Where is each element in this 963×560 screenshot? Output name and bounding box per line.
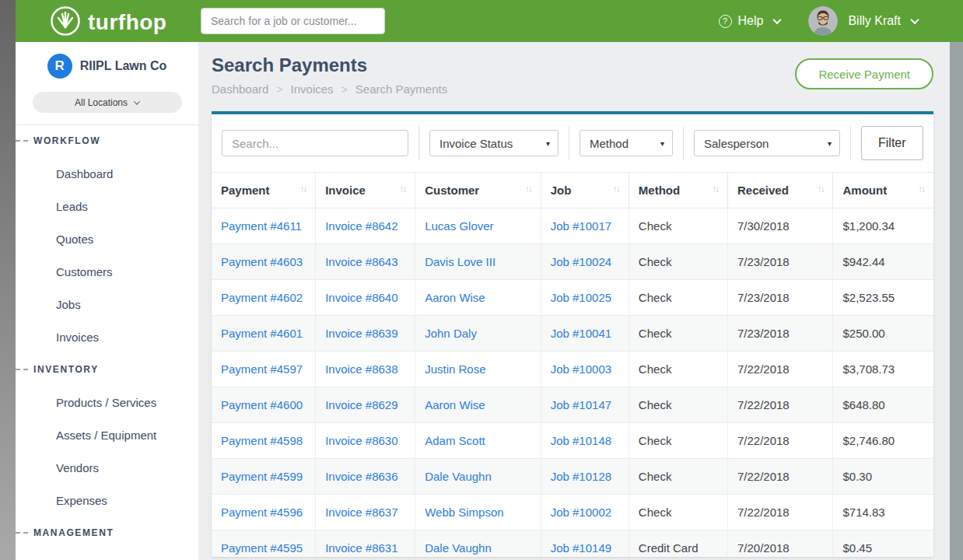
payment-link[interactable]: Payment #4595 [221,541,303,555]
job-link[interactable]: Job #10002 [551,506,611,519]
cell-value: $648.80 [842,398,884,411]
cell-payment: Payment #4600 [212,387,316,423]
payment-link[interactable]: Payment #4611 [221,219,302,233]
brand-logo[interactable]: turfhop [50,5,166,40]
payments-card: Invoice Status▾Method▾Salesperson▾ Filte… [212,111,933,557]
sidebar-item-assets-equipment[interactable]: Assets / Equipment [16,418,198,451]
invoice-link[interactable]: Invoice #8642 [325,219,397,233]
invoice-link[interactable]: Invoice #8629 [325,398,397,411]
cell-payment: Payment #4603 [212,244,316,280]
column-header-received[interactable]: Received↑↓ [727,173,832,208]
breadcrumb-invoices[interactable]: Invoices [291,82,334,96]
payment-link[interactable]: Payment #4598 [221,434,303,447]
invoice-link[interactable]: Invoice #8643 [325,255,397,268]
cell-method: Check [629,459,727,495]
job-link[interactable]: Job #10025 [551,291,611,304]
user-avatar[interactable] [808,6,838,36]
invoice-link[interactable]: Invoice #8638 [325,362,397,376]
column-header-customer[interactable]: Customer↑↓ [415,173,541,208]
locations-dropdown[interactable]: All Locations [33,92,182,113]
job-link[interactable]: Job #10003 [551,362,611,376]
sidebar-item-quotes[interactable]: Quotes [16,222,198,255]
sidebar-item-vendors[interactable]: Vendors [16,451,198,484]
cell-value: 7/22/2018 [737,362,790,376]
invoice-link[interactable]: Invoice #8630 [325,434,397,447]
help-menu[interactable]: ? Help [719,14,781,28]
filter-button[interactable]: Filter [861,126,923,160]
customer-link[interactable]: Dale Vaughn [425,541,492,555]
column-label: Payment [221,184,270,197]
sidebar-item-customers[interactable]: Customers [16,255,198,288]
cell-value: $942.44 [842,255,884,268]
customer-link[interactable]: Lucas Glover [425,219,493,233]
user-chevron-down-icon[interactable] [910,16,919,24]
column-header-payment[interactable]: Payment↑↓ [212,173,316,208]
table-row: Payment #4598Invoice #8630Adam ScottJob … [212,423,933,459]
customer-link[interactable]: Aaron Wise [425,398,485,411]
cell-value: Check [639,362,672,376]
invoice-link[interactable]: Invoice #8636 [325,470,397,483]
sidebar-item-jobs[interactable]: Jobs [16,288,198,320]
user-name[interactable]: Billy Kraft [848,14,901,28]
receive-payment-button[interactable]: Receive Payment [795,58,933,89]
job-link[interactable]: Job #10017 [551,219,611,233]
cell-invoice: Invoice #8629 [316,387,415,423]
job-link[interactable]: Job #10148 [551,434,611,447]
customer-link[interactable]: Dale Vaughn [425,470,492,483]
column-header-invoice[interactable]: Invoice↑↓ [316,173,415,208]
caret-down-icon: ▾ [660,139,664,148]
salesperson-select[interactable]: Salesperson▾ [694,130,840,156]
payment-link[interactable]: Payment #4597 [221,362,303,376]
cell-value: Check [639,219,672,233]
cell-amount: $2,746.80 [833,423,933,459]
company-row: R RIIPL Lawn Co [16,42,198,90]
customer-link[interactable]: John Daly [425,327,477,340]
sidebar-item-dashboard[interactable]: Dashboard [16,157,198,190]
customer-link[interactable]: Aaron Wise [425,291,485,304]
cell-amount: $0.45 [833,530,933,558]
customer-link[interactable]: Justin Rose [425,362,485,376]
cell-value: 7/20/2018 [737,541,790,555]
invoice-link[interactable]: Invoice #8639 [325,327,397,340]
cell-method: Check [629,423,727,459]
job-link[interactable]: Job #10128 [551,470,611,483]
job-link[interactable]: Job #10149 [551,541,611,555]
payment-link[interactable]: Payment #4602 [221,291,303,304]
customer-link[interactable]: Adam Scott [425,434,485,447]
payment-link[interactable]: Payment #4596 [221,506,303,519]
customer-link[interactable]: Davis Love III [425,255,496,268]
global-search-input[interactable] [201,8,385,34]
cell-value: Credit Card [639,541,699,555]
method-select[interactable]: Method▾ [580,130,673,156]
sidebar-item-products-services[interactable]: Products / Services [16,386,198,418]
invoice-link[interactable]: Invoice #8631 [325,541,397,555]
sidebar-item-invoices[interactable]: Invoices [16,320,198,353]
customer-link[interactable]: Webb Simpson [425,506,503,519]
payment-link[interactable]: Payment #4600 [221,398,303,411]
section-dash-icon [16,369,28,370]
column-header-amount[interactable]: Amount↑↓ [833,173,933,208]
locations-label: All Locations [75,97,128,108]
invoice-link[interactable]: Invoice #8640 [325,291,397,304]
cell-received: 7/23/2018 [727,316,832,352]
table-row: Payment #4601Invoice #8639John DalyJob #… [212,316,933,352]
invoice-status-select[interactable]: Invoice Status▾ [429,130,559,156]
column-header-method[interactable]: Method↑↓ [629,173,727,208]
cell-value: Check [639,291,672,304]
job-link[interactable]: Job #10041 [551,327,611,340]
filter-search-input[interactable] [222,130,408,156]
sidebar-item-expenses[interactable]: Expenses [16,484,198,516]
job-link[interactable]: Job #10024 [551,255,611,268]
cell-value: Check [639,470,672,483]
payment-link[interactable]: Payment #4599 [221,470,303,483]
top-header: turfhop ? Help [16,0,963,42]
payment-link[interactable]: Payment #4603 [221,255,303,268]
invoice-link[interactable]: Invoice #8637 [325,506,397,519]
job-link[interactable]: Job #10147 [551,398,611,411]
payment-link[interactable]: Payment #4601 [221,327,303,340]
breadcrumb-dashboard[interactable]: Dashboard [212,82,268,96]
sidebar-item-leads[interactable]: Leads [16,190,198,222]
help-label: Help [738,14,764,28]
column-header-job[interactable]: Job↑↓ [541,173,629,208]
cell-customer: Lucas Glover [415,208,541,244]
